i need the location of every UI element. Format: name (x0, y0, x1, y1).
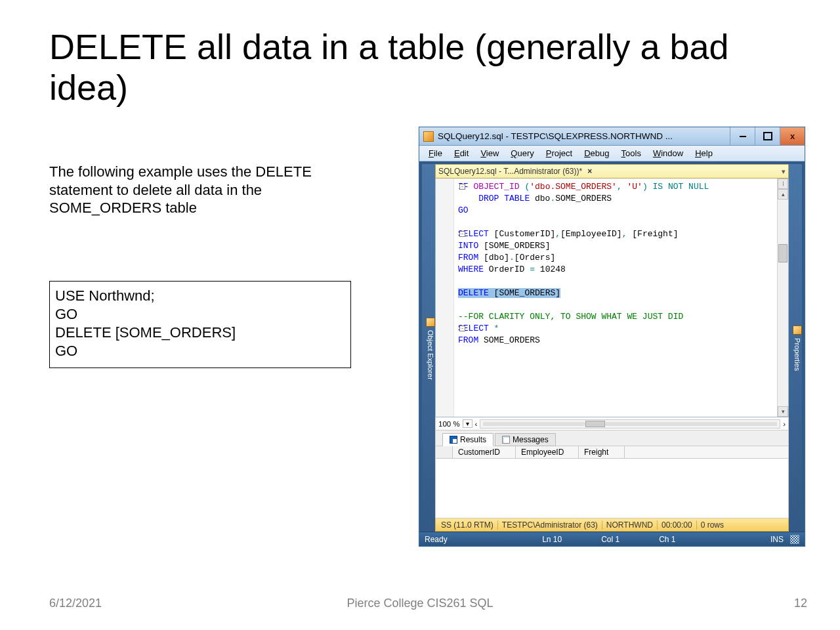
grid-col-freight[interactable]: Freight (579, 446, 625, 458)
sql-snippet-box: USE Northwnd; GO DELETE [SOME_ORDERS] GO (49, 281, 351, 368)
scroll-thumb[interactable] (778, 244, 788, 262)
menu-bar: File Edit View Query Project Debug Tools… (419, 146, 805, 161)
menu-edit[interactable]: Edit (449, 147, 474, 159)
zoom-dropdown-icon[interactable]: ▾ (463, 419, 472, 428)
window-title: SQLQuery12.sql - TESTPC\SQLEXPRESS.NORTH… (438, 131, 730, 141)
outline-toggle-icon[interactable]: - (459, 184, 465, 190)
hscroll-left-icon[interactable]: ‹ (475, 420, 478, 428)
split-handle-icon[interactable]: ⁞ (778, 178, 788, 189)
code-text[interactable]: -IF OBJECT_ID ('dbo.SOME_ORDERS', 'U') I… (454, 178, 777, 417)
results-grid-icon (450, 436, 457, 444)
app-icon (423, 131, 434, 142)
status-version: SS (11.0 RTM) (437, 520, 498, 530)
resize-grip-icon[interactable] (790, 535, 799, 544)
menu-view[interactable]: View (475, 147, 504, 159)
status-ready: Ready (425, 535, 448, 544)
vertical-scrollbar[interactable]: ⁞ ▴ ▾ (777, 178, 788, 417)
status-rowcount: 0 rows (697, 520, 728, 530)
properties-label: Properties (793, 338, 801, 371)
minimize-button[interactable] (730, 127, 755, 145)
menu-file[interactable]: File (423, 147, 448, 159)
tab-messages-label: Messages (513, 435, 549, 444)
menu-query[interactable]: Query (505, 147, 539, 159)
properties-rail[interactable]: Properties (789, 164, 802, 532)
tab-results-label: Results (460, 435, 486, 444)
footer-date: 6/12/2021 (49, 597, 102, 610)
hscroll-thumb[interactable] (585, 421, 605, 427)
results-grid[interactable]: CustomerID EmployeeID Freight (435, 446, 789, 518)
code-editor[interactable]: -IF OBJECT_ID ('dbo.SOME_ORDERS', 'U') I… (435, 178, 789, 417)
document-area: Object Explorer SQLQuery12.sql - T...Adm… (419, 161, 805, 532)
window-titlebar[interactable]: SQLQuery12.sql - TESTPC\SQLEXPRESS.NORTH… (419, 127, 805, 146)
footer-page-number: 12 (794, 597, 807, 610)
slide-title: DELETE all data in a table (generally a … (49, 26, 771, 108)
properties-icon (793, 326, 802, 335)
tab-results[interactable]: Results (442, 433, 494, 446)
outline-toggle-icon[interactable]: - (459, 326, 465, 331)
hscroll-right-icon[interactable]: › (783, 420, 786, 428)
menu-debug[interactable]: Debug (579, 147, 614, 159)
object-explorer-rail[interactable]: Object Explorer (422, 164, 435, 532)
outline-toggle-icon[interactable]: - (459, 231, 465, 237)
editor-footer-row: 100 % ▾ ‹ › (435, 417, 789, 430)
status-column: Col 1 (601, 535, 620, 544)
grid-col-customerid[interactable]: CustomerID (453, 446, 516, 458)
tab-close-icon[interactable]: × (587, 167, 592, 176)
status-char: Ch 1 (659, 535, 675, 544)
status-elapsed: 00:00:00 (658, 520, 697, 530)
horizontal-scrollbar[interactable] (480, 419, 780, 429)
status-line: Ln 10 (542, 535, 562, 544)
document-tab[interactable]: SQLQuery12.sql - T...Administrator (63))… (438, 167, 582, 176)
messages-icon (502, 436, 510, 444)
object-explorer-label: Object Explorer (427, 330, 434, 380)
query-status-bar: SS (11.0 RTM) TESTPC\Administrator (63) … (435, 518, 789, 532)
grid-header-row: CustomerID EmployeeID Freight (436, 446, 788, 459)
status-login: TESTPC\Administrator (63) (498, 520, 602, 530)
code-gutter (436, 178, 454, 417)
menu-help[interactable]: Help (690, 147, 718, 159)
menu-project[interactable]: Project (541, 147, 578, 159)
ssms-window: SQLQuery12.sql - TESTPC\SQLEXPRESS.NORTH… (419, 127, 805, 547)
window-statusbar: Ready Ln 10 Col 1 Ch 1 INS (419, 532, 805, 546)
menu-tools[interactable]: Tools (616, 147, 646, 159)
scroll-up-icon[interactable]: ▴ (778, 189, 788, 200)
grid-col-employeeid[interactable]: EmployeeID (516, 446, 579, 458)
slide-body-text: The following example uses the DELETE st… (49, 163, 358, 217)
menu-window[interactable]: Window (648, 147, 688, 159)
maximize-button[interactable] (755, 127, 780, 145)
scroll-down-icon[interactable]: ▾ (778, 406, 788, 417)
object-explorer-icon (426, 318, 435, 327)
footer-course: Pierce College CIS261 SQL (346, 597, 493, 610)
document-tabbar: SQLQuery12.sql - T...Administrator (63))… (435, 164, 789, 178)
tab-dropdown-icon[interactable]: ▾ (782, 167, 786, 176)
tab-messages[interactable]: Messages (495, 433, 556, 446)
grid-rownum-header (436, 446, 453, 458)
status-database: NORTHWND (602, 520, 658, 530)
close-button[interactable]: x (780, 127, 805, 145)
zoom-level[interactable]: 100 % (438, 420, 460, 428)
status-ins: INS (770, 535, 784, 544)
results-tabstrip: Results Messages (435, 430, 789, 446)
